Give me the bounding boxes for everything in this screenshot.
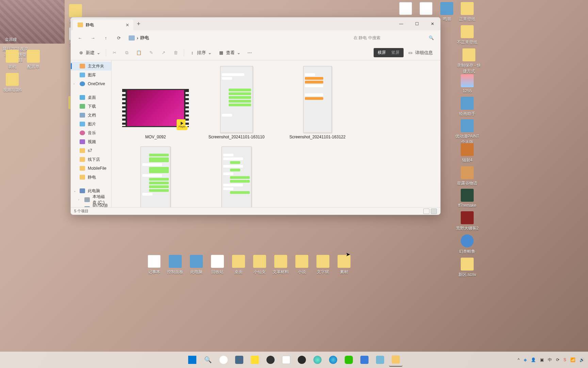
sidebar-drive-sn750[interactable]: sn750游戏盘 (: [71, 204, 111, 207]
desktop-folder[interactable]: 桌面: [234, 270, 243, 274]
desktop-folder[interactable]: 不正常壁纸: [457, 40, 477, 45]
tray-icon[interactable]: S: [564, 357, 566, 362]
desktop-app[interactable]: 鸣潮: [443, 17, 451, 21]
taskbar-app[interactable]: [373, 353, 387, 367]
system-tray[interactable]: ^ ◆ 👤 ▣ 中 ⟳ S 📶 🔊: [518, 357, 585, 363]
titlebar[interactable]: 静电 ✕ + — ☐ ✕: [71, 17, 440, 30]
list-view-button[interactable]: [423, 209, 429, 214]
desktop-folder[interactable]: 文革材料: [273, 270, 289, 274]
sort-button[interactable]: ↕ 排序 ⌄: [187, 48, 214, 58]
sidebar-s7[interactable]: s7: [71, 146, 111, 155]
minimize-button[interactable]: —: [393, 17, 409, 30]
sidebar-music[interactable]: 音乐: [71, 128, 111, 137]
tray-icon[interactable]: 👤: [531, 357, 536, 362]
chevron-down-icon[interactable]: ⌄: [74, 189, 76, 193]
sidebar-mobilefile[interactable]: MobileFile: [71, 164, 111, 173]
desktop-app[interactable]: 幻兽帕鲁: [459, 249, 475, 254]
window-close-button[interactable]: ✕: [425, 17, 440, 30]
orientation-toggle[interactable]: 横屏竖屏: [374, 48, 404, 57]
tray-volume-icon[interactable]: 🔊: [579, 357, 585, 362]
tray-ime-icon[interactable]: 中: [548, 357, 552, 363]
file-item[interactable]: Screenshot_20241101-163110: [199, 64, 274, 141]
chevron-right-icon[interactable]: ›: [74, 82, 75, 86]
file-item[interactable]: Screenshot_20241101-163146: [118, 144, 193, 207]
desktop-folder[interactable]: 新区.scriv: [458, 272, 476, 277]
sidebar-pictures[interactable]: 图片: [71, 120, 111, 128]
desktop-folder[interactable]: 正常壁纸: [459, 17, 475, 21]
cut-button[interactable]: ✂: [109, 48, 120, 58]
desktop-shortcut[interactable]: 录制保存 - 快捷方式: [457, 63, 481, 74]
grid-view-button[interactable]: [431, 209, 437, 214]
forward-button[interactable]: →: [87, 33, 99, 43]
desktop-app[interactable]: 荒野大镖客2: [456, 226, 479, 231]
start-button[interactable]: [185, 353, 199, 367]
taskbar-app[interactable]: [248, 353, 262, 367]
sidebar-documents[interactable]: 文档: [71, 111, 111, 120]
tray-icon[interactable]: ⟳: [556, 357, 559, 362]
desktop-app[interactable]: 星露谷物语: [457, 181, 477, 186]
address-bar[interactable]: › 静电: [126, 32, 348, 43]
search-input[interactable]: 在 静电 中搜索 🔍: [350, 32, 437, 43]
desktop-notepad[interactable]: 记事本: [148, 270, 160, 274]
back-button[interactable]: ←: [74, 33, 86, 43]
share-button[interactable]: ↗: [158, 48, 169, 58]
desktop-control-panel[interactable]: 控制面板: [167, 270, 183, 274]
view-button[interactable]: ▦ 查看 ⌄: [216, 48, 243, 58]
delete-button[interactable]: 🗑: [170, 48, 181, 58]
desktop-app[interactable]: 辐射4: [462, 158, 473, 163]
tray-chevron-icon[interactable]: ^: [518, 357, 520, 362]
desktop-folder[interactable]: 素材: [340, 270, 348, 274]
tray-wifi-icon[interactable]: 📶: [570, 357, 575, 362]
tab-active[interactable]: 静电 ✕: [73, 19, 133, 30]
up-button[interactable]: ↑: [100, 33, 112, 43]
sidebar-gallery[interactable]: 图库: [71, 71, 111, 79]
desktop-folder[interactable]: 小说: [298, 270, 306, 274]
taskbar-edge[interactable]: [326, 353, 340, 367]
desktop-app[interactable]: 绘画助手: [459, 111, 475, 116]
taskbar-app[interactable]: [232, 353, 246, 367]
rename-button[interactable]: ✎: [146, 48, 157, 58]
taskbar-wechat[interactable]: [342, 353, 356, 367]
taskbar-app[interactable]: [358, 353, 371, 367]
paste-button[interactable]: 📋: [133, 48, 144, 58]
sidebar-desktop[interactable]: 桌面: [71, 93, 111, 102]
file-item[interactable]: Player MOV_0092: [118, 64, 193, 141]
chevron-right-icon[interactable]: ›: [78, 198, 79, 201]
maximize-button[interactable]: ☐: [409, 17, 425, 30]
desktop-folder[interactable]: 配置单: [27, 64, 39, 69]
desktop-app[interactable]: 1255: [463, 89, 472, 93]
tray-icon[interactable]: ▣: [540, 357, 544, 362]
new-button[interactable]: ⊕ 新建 ⌄: [76, 48, 103, 58]
desktop-folder[interactable]: 装机: [8, 64, 16, 69]
taskbar-explorer[interactable]: [389, 353, 403, 367]
file-item[interactable]: Screenshot_20241101-163122: [280, 64, 355, 141]
sidebar-offline[interactable]: 线下店: [71, 155, 111, 164]
file-content-area[interactable]: Player MOV_0092: [112, 60, 440, 207]
desktop-app[interactable]: ff7remake: [458, 203, 476, 208]
taskbar-app[interactable]: [217, 353, 230, 367]
landscape-option[interactable]: 横屏: [375, 49, 389, 56]
desktop-recycle-bin[interactable]: 回收站: [211, 270, 224, 274]
tray-icon[interactable]: ◆: [524, 357, 527, 362]
desktop-folder[interactable]: 视频垃圾6: [3, 88, 22, 92]
taskbar-app[interactable]: [295, 353, 309, 367]
details-button[interactable]: ▭ 详细信息: [405, 48, 436, 58]
portrait-option[interactable]: 竖屏: [389, 49, 402, 56]
sidebar-downloads[interactable]: 下载: [71, 102, 111, 111]
copy-button[interactable]: ⧉: [121, 48, 132, 58]
taskbar-app[interactable]: [311, 353, 324, 367]
breadcrumb-current[interactable]: 静电: [140, 35, 149, 41]
sidebar-jingdian[interactable]: 静电: [71, 173, 111, 182]
sidebar-videos[interactable]: 视频: [71, 137, 111, 146]
refresh-button[interactable]: ⟳: [113, 33, 125, 43]
more-button[interactable]: ⋯: [245, 48, 255, 58]
desktop-this-pc[interactable]: 此电脑: [190, 270, 202, 274]
file-item[interactable]: Screenshot_20241101-163414: [199, 144, 274, 207]
desktop-folder[interactable]: 小仙女: [254, 270, 266, 274]
sidebar-home[interactable]: 主文件夹: [71, 62, 111, 71]
tab-close-button[interactable]: ✕: [126, 22, 129, 28]
new-tab-button[interactable]: +: [137, 20, 141, 28]
desktop-folder[interactable]: 文字狱: [317, 270, 329, 274]
taskbar-app[interactable]: [264, 353, 277, 367]
sidebar-onedrive[interactable]: ›OneDrive: [71, 79, 111, 88]
